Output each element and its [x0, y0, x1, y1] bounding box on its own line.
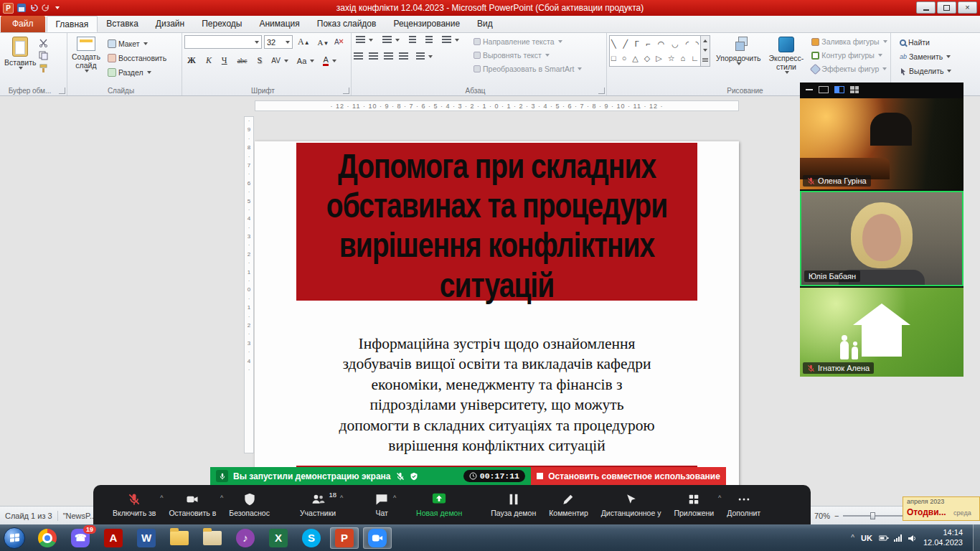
shape-triangle-icon[interactable]: △	[632, 55, 638, 62]
grid-view-icon[interactable]	[850, 86, 859, 93]
convert-smartart-button[interactable]: Преобразовать в SmartArt	[471, 64, 584, 74]
zoom-level[interactable]: 70%	[814, 512, 830, 520]
bold-button[interactable]: Ж	[184, 55, 199, 67]
decrease-indent-button[interactable]	[407, 35, 418, 44]
shape-arrow-icon[interactable]: ▷	[656, 55, 661, 62]
shape-line2-icon[interactable]: ╱	[623, 40, 628, 48]
redo-icon[interactable]	[42, 4, 50, 12]
dialog-launcher-icon[interactable]	[343, 88, 349, 94]
battery-icon[interactable]	[879, 534, 887, 542]
shape-arc2-icon[interactable]: ◡	[672, 40, 679, 48]
more-button[interactable]: Дополнит	[720, 489, 767, 520]
gallery-view-icon[interactable]	[834, 86, 844, 93]
slide-canvas[interactable]: Допомога при складних обставинах та проц…	[255, 141, 739, 504]
volume-icon[interactable]	[908, 534, 917, 542]
align-left-button[interactable]	[354, 52, 363, 60]
shape-line-icon[interactable]: ╲	[611, 40, 616, 48]
shape-connector-icon[interactable]: ⌐	[646, 40, 651, 48]
shapes-gallery[interactable]: ╲ ╱ Г ⌐ ◠ ◡ ◜ ◝ □ ○ △	[609, 35, 701, 67]
clear-formatting-icon[interactable]: А	[334, 37, 344, 47]
new-share-button[interactable]: Новая демон	[410, 489, 468, 520]
character-spacing-button[interactable]: AV	[269, 56, 291, 65]
paste-button[interactable]: Вставить	[2, 35, 39, 73]
qat-dropdown-icon[interactable]	[55, 6, 60, 9]
taskbar-zoom-active[interactable]	[363, 527, 392, 549]
arrange-button[interactable]: Упорядочить	[714, 35, 763, 75]
taskbar-skype[interactable]: S	[297, 527, 326, 549]
shrink-font-button[interactable]: А▼	[315, 37, 332, 47]
grow-font-button[interactable]: А▲	[295, 36, 313, 48]
strikethrough-button[interactable]: abc	[235, 56, 250, 65]
participant-video-1[interactable]: Олена Гуріна	[800, 98, 963, 189]
scroll-down-icon[interactable]	[703, 49, 707, 52]
taskbar-clock[interactable]: 14:14 12.04.2023	[923, 528, 963, 548]
chevron-up-icon[interactable]: ^	[340, 494, 343, 501]
taskbar-word[interactable]: W	[132, 527, 161, 549]
maximize-button[interactable]	[937, 1, 956, 14]
security-button[interactable]: Безопаснос	[222, 489, 276, 520]
taskbar-file-explorer[interactable]	[165, 527, 194, 549]
pause-share-button[interactable]: Пауза демон	[484, 489, 542, 520]
participant-video-3[interactable]: Ігнатюк Алена	[800, 288, 963, 377]
replace-button[interactable]: abЗаменить	[897, 52, 978, 62]
reset-button[interactable]: Восстановить	[105, 53, 169, 63]
network-signal-icon[interactable]	[894, 534, 902, 542]
shapes-gallery-scrollbar[interactable]	[701, 35, 710, 67]
find-button[interactable]: Найти	[897, 37, 978, 47]
align-right-button[interactable]	[384, 52, 393, 60]
shape-curve2-icon[interactable]: ◝	[696, 40, 699, 48]
undo-icon[interactable]	[29, 4, 38, 12]
participant-video-2-active-speaker[interactable]: Юлія Бабаян	[800, 191, 963, 286]
tab-animations[interactable]: Анимация	[250, 16, 308, 32]
shape-house-icon[interactable]: ⌂	[681, 55, 686, 62]
increase-indent-button[interactable]	[423, 35, 435, 44]
hidden-icons-chevron[interactable]: ^	[851, 534, 854, 542]
select-button[interactable]: Выделить	[897, 66, 978, 76]
minimize-button[interactable]	[916, 1, 936, 14]
align-text-button[interactable]: Выровнять текст	[471, 50, 584, 60]
dialog-launcher-icon[interactable]	[59, 88, 65, 94]
slide-body-textbox[interactable]: Інформаційна зустріч щодо ознайомлення з…	[276, 334, 717, 456]
tab-home[interactable]: Главная	[47, 16, 98, 32]
shape-elbow-icon[interactable]: Г	[635, 40, 639, 48]
tab-review[interactable]: Рецензирование	[385, 16, 468, 32]
shape-circle-icon[interactable]: ○	[622, 55, 627, 62]
shape-star-icon[interactable]: ☆	[668, 55, 675, 62]
speaker-view-icon[interactable]	[819, 86, 829, 93]
text-shadow-button[interactable]: S	[255, 55, 265, 67]
tab-transitions[interactable]: Переходы	[193, 16, 250, 32]
shape-diamond-icon[interactable]: ◇	[644, 55, 650, 62]
format-painter-icon[interactable]	[39, 64, 48, 73]
chat-button[interactable]: Чат ^	[368, 489, 395, 520]
copy-icon[interactable]	[39, 51, 48, 60]
taskbar-viber[interactable]: ☎19	[66, 527, 95, 549]
align-center-button[interactable]	[369, 52, 378, 60]
numbering-button[interactable]	[380, 35, 402, 44]
dialog-launcher-icon[interactable]	[598, 88, 605, 94]
taskbar-excel[interactable]: X	[264, 527, 293, 549]
gallery-more-icon[interactable]	[702, 58, 708, 62]
chevron-up-icon[interactable]: ^	[393, 494, 396, 501]
taskbar-documents-folder[interactable]	[198, 527, 227, 549]
tab-insert[interactable]: Вставка	[98, 16, 147, 32]
cut-icon[interactable]	[39, 38, 48, 47]
remote-control-button[interactable]: Дистанционное у	[595, 489, 668, 520]
shape-angle-icon[interactable]: ∟	[691, 55, 699, 62]
shape-fill-button[interactable]: Заливка фигуры	[809, 37, 889, 47]
start-button[interactable]	[4, 527, 25, 549]
stop-video-button[interactable]: Остановить в ^	[162, 489, 222, 520]
powerpoint-app-icon[interactable]: P	[3, 3, 14, 14]
quick-styles-button[interactable]: Экспресс-стили	[766, 35, 806, 75]
language-indicator[interactable]: UK	[861, 534, 872, 542]
snooze-button[interactable]: Отодви...	[907, 507, 946, 517]
close-button[interactable]: ×	[958, 1, 977, 14]
change-case-button[interactable]: Аа	[295, 56, 317, 66]
participants-button[interactable]: 18 Участники ^	[293, 489, 342, 520]
taskbar-acrobat[interactable]: A	[99, 527, 128, 549]
font-color-button[interactable]: А	[321, 55, 338, 67]
zoom-slider[interactable]	[843, 515, 905, 517]
tab-slideshow[interactable]: Показ слайдов	[308, 16, 385, 32]
underline-button[interactable]: Ч	[219, 55, 230, 67]
font-size-combo[interactable]: 32	[264, 35, 293, 49]
save-icon[interactable]	[17, 4, 26, 12]
